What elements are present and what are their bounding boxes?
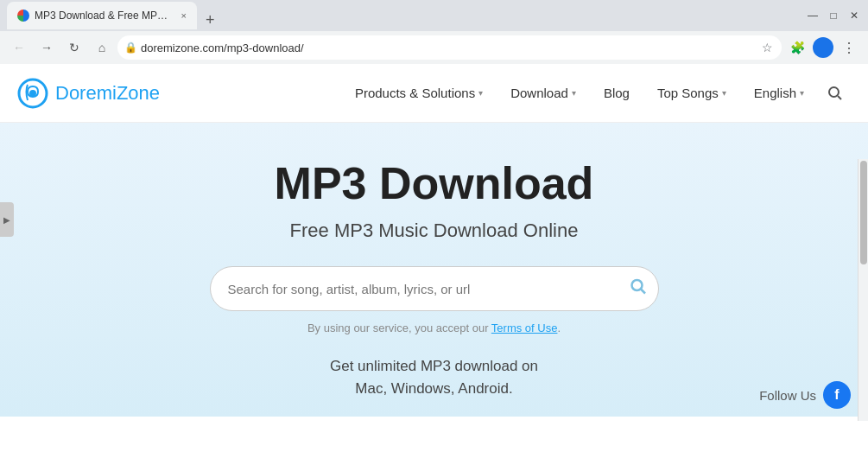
terms-link[interactable]: Terms of Use [491, 321, 558, 334]
cta-text: Get unlimited MP3 download on Mac, Windo… [330, 355, 538, 399]
tab-title: MP3 Download & Free MP3 Mus... [35, 10, 173, 22]
search-icon [827, 86, 843, 101]
url-text: doremizone.com/mp3-download/ [141, 41, 758, 54]
nav-products-label: Products & Solutions [355, 86, 475, 100]
language-chevron-icon: ▾ [800, 88, 804, 98]
new-tab-button[interactable]: + [200, 11, 220, 29]
logo-text: DoremiZone [55, 82, 160, 105]
minimize-button[interactable]: — [806, 9, 820, 22]
close-window-button[interactable]: ✕ [847, 9, 861, 22]
logo[interactable]: DoremiZone [17, 78, 160, 109]
nav-download[interactable]: Download ▾ [498, 79, 588, 107]
svg-point-2 [829, 87, 839, 97]
search-input[interactable] [210, 266, 659, 311]
svg-point-4 [631, 280, 642, 290]
url-container[interactable]: 🔒 doremizone.com/mp3-download/ ☆ [117, 35, 782, 60]
forward-button[interactable]: → [35, 35, 59, 60]
logo-icon [17, 78, 48, 109]
terms-period: . [557, 321, 561, 334]
menu-button[interactable]: ⋮ [837, 35, 861, 60]
refresh-button[interactable]: ↻ [62, 35, 86, 60]
nav-blog[interactable]: Blog [592, 79, 642, 107]
nav-download-label: Download [510, 86, 568, 100]
hero-subtitle: Free MP3 Music Download Online [290, 220, 579, 242]
cta-line2: Mac, Windows, Android. [355, 380, 512, 397]
scrollbar-thumb[interactable] [860, 161, 867, 264]
search-submit-button[interactable] [630, 278, 647, 300]
tab-close-button[interactable]: × [181, 10, 187, 21]
bookmark-icon[interactable]: ☆ [762, 41, 773, 54]
svg-point-1 [29, 90, 36, 97]
window-controls: — □ ✕ [806, 9, 861, 22]
nav-language-label: English [754, 86, 796, 100]
profile-button[interactable] [813, 37, 833, 58]
nav-search-button[interactable] [820, 78, 851, 109]
nav-products-solutions[interactable]: Products & Solutions ▾ [343, 79, 495, 107]
maximize-button[interactable]: □ [827, 9, 840, 22]
follow-us-label: Follow Us [759, 388, 816, 403]
sidebar-toggle-button[interactable]: ▶ [0, 202, 14, 237]
nav-blog-label: Blog [604, 86, 630, 100]
follow-us-section: Follow Us f [759, 381, 851, 409]
toolbar-right: 🧩 ⋮ [785, 35, 861, 60]
address-bar: ← → ↻ ⌂ 🔒 doremizone.com/mp3-download/ ☆… [0, 31, 868, 64]
cta-line1: Get unlimited MP3 download on [330, 358, 538, 374]
search-container [210, 266, 659, 311]
products-chevron-icon: ▾ [478, 88, 483, 98]
home-button[interactable]: ⌂ [90, 35, 114, 60]
terms-text: By using our service, you accept our Ter… [307, 321, 561, 334]
title-bar: MP3 Download & Free MP3 Mus... × + — □ ✕ [0, 0, 868, 31]
sidebar-toggle-icon: ▶ [3, 215, 10, 225]
svg-line-3 [838, 96, 841, 99]
hero-title: MP3 Download [275, 157, 594, 209]
download-chevron-icon: ▾ [572, 88, 576, 98]
hero-section: MP3 Download Free MP3 Music Download Onl… [0, 123, 868, 417]
tab-favicon [17, 10, 29, 22]
back-button[interactable]: ← [7, 35, 31, 60]
scrollbar[interactable] [858, 159, 868, 421]
nav-links: Products & Solutions ▾ Download ▾ Blog T… [343, 78, 851, 109]
nav-top-songs[interactable]: Top Songs ▾ [645, 79, 738, 107]
site-nav: DoremiZone Products & Solutions ▾ Downlo… [0, 64, 868, 123]
lock-icon: 🔒 [124, 41, 137, 54]
search-submit-icon [630, 278, 647, 296]
active-tab[interactable]: MP3 Download & Free MP3 Mus... × [7, 2, 197, 29]
website-content: DoremiZone Products & Solutions ▾ Downlo… [0, 64, 868, 421]
nav-language[interactable]: English ▾ [742, 79, 816, 107]
nav-topsongs-label: Top Songs [657, 86, 719, 100]
extensions-icon[interactable]: 🧩 [785, 35, 809, 60]
topsongs-chevron-icon: ▾ [722, 88, 726, 98]
facebook-icon[interactable]: f [823, 381, 851, 409]
svg-line-5 [641, 290, 645, 294]
terms-prefix: By using our service, you accept our [307, 321, 491, 334]
